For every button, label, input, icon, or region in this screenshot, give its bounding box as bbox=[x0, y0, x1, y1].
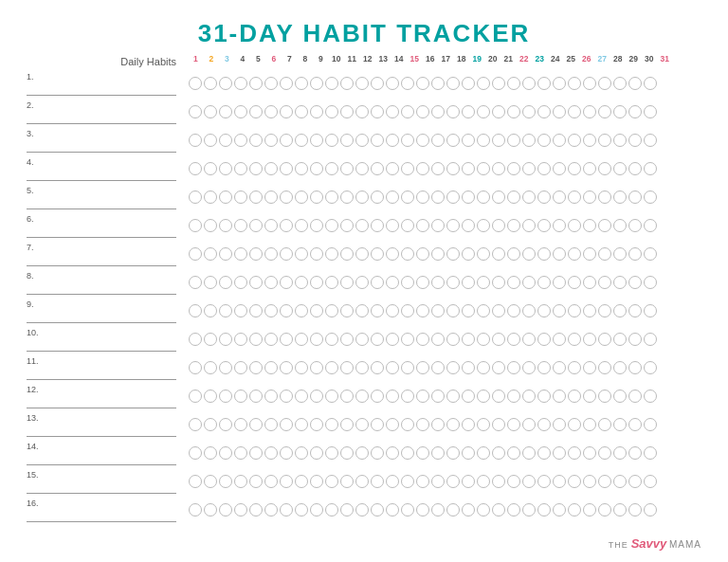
habit-circle[interactable] bbox=[568, 105, 581, 118]
habit-circle[interactable] bbox=[371, 77, 384, 90]
habit-circle[interactable] bbox=[537, 219, 551, 232]
habit-circle[interactable] bbox=[355, 304, 369, 317]
habit-circle[interactable] bbox=[568, 190, 581, 204]
habit-circle[interactable] bbox=[325, 247, 338, 261]
habit-circle[interactable] bbox=[204, 190, 217, 204]
habit-circle[interactable] bbox=[219, 77, 232, 90]
habit-circle[interactable] bbox=[644, 134, 657, 147]
habit-circle[interactable] bbox=[507, 105, 520, 118]
habit-circle[interactable] bbox=[537, 105, 551, 118]
habit-circle[interactable] bbox=[628, 77, 642, 90]
habit-circle[interactable] bbox=[598, 276, 611, 289]
habit-circle[interactable] bbox=[340, 475, 354, 488]
habit-circle[interactable] bbox=[431, 418, 445, 431]
habit-circle[interactable] bbox=[613, 390, 627, 403]
habit-circle[interactable] bbox=[477, 276, 490, 289]
habit-circle[interactable] bbox=[507, 475, 520, 488]
habit-circle[interactable] bbox=[477, 333, 490, 346]
habit-circle[interactable] bbox=[553, 77, 566, 90]
habit-circle[interactable] bbox=[462, 333, 475, 346]
habit-circle[interactable] bbox=[204, 503, 217, 517]
habit-circle[interactable] bbox=[340, 390, 354, 403]
habit-circle[interactable] bbox=[325, 276, 338, 289]
habit-circle[interactable] bbox=[522, 333, 536, 346]
habit-circle[interactable] bbox=[189, 446, 202, 460]
habit-circle[interactable] bbox=[416, 333, 429, 346]
habit-circle[interactable] bbox=[462, 475, 475, 488]
habit-circle[interactable] bbox=[189, 361, 202, 374]
habit-circle[interactable] bbox=[280, 77, 293, 90]
habit-circle[interactable] bbox=[219, 333, 232, 346]
habit-circle[interactable] bbox=[568, 276, 581, 289]
habit-circle[interactable] bbox=[644, 190, 657, 204]
habit-circle[interactable] bbox=[355, 333, 369, 346]
habit-circle[interactable] bbox=[264, 418, 278, 431]
habit-circle[interactable] bbox=[598, 77, 611, 90]
habit-circle[interactable] bbox=[401, 276, 414, 289]
habit-circle[interactable] bbox=[219, 134, 232, 147]
habit-circle[interactable] bbox=[613, 162, 627, 175]
habit-circle[interactable] bbox=[431, 247, 445, 261]
habit-circle[interactable] bbox=[416, 446, 429, 460]
habit-circle[interactable] bbox=[295, 219, 308, 232]
habit-circle[interactable] bbox=[492, 361, 505, 374]
habit-circle[interactable] bbox=[386, 77, 399, 90]
habit-circle[interactable] bbox=[613, 134, 627, 147]
habit-circle[interactable] bbox=[401, 190, 414, 204]
habit-circle[interactable] bbox=[371, 446, 384, 460]
habit-circle[interactable] bbox=[386, 105, 399, 118]
habit-circle[interactable] bbox=[234, 77, 247, 90]
habit-circle[interactable] bbox=[462, 446, 475, 460]
habit-circle[interactable] bbox=[416, 162, 429, 175]
habit-circle[interactable] bbox=[416, 390, 429, 403]
habit-circle[interactable] bbox=[477, 190, 490, 204]
habit-circle[interactable] bbox=[219, 105, 232, 118]
habit-circle[interactable] bbox=[295, 361, 308, 374]
habit-circle[interactable] bbox=[628, 162, 642, 175]
habit-circle[interactable] bbox=[446, 77, 460, 90]
habit-circle[interactable] bbox=[431, 162, 445, 175]
habit-circle[interactable] bbox=[204, 134, 217, 147]
habit-circle[interactable] bbox=[204, 219, 217, 232]
habit-circle[interactable] bbox=[371, 475, 384, 488]
habit-circle[interactable] bbox=[371, 418, 384, 431]
habit-circle[interactable] bbox=[613, 190, 627, 204]
habit-line[interactable] bbox=[27, 480, 176, 494]
habit-circle[interactable] bbox=[325, 190, 338, 204]
habit-circle[interactable] bbox=[355, 418, 369, 431]
habit-circle[interactable] bbox=[507, 446, 520, 460]
habit-circle[interactable] bbox=[310, 247, 323, 261]
habit-circle[interactable] bbox=[340, 361, 354, 374]
habit-circle[interactable] bbox=[264, 475, 278, 488]
habit-circle[interactable] bbox=[628, 190, 642, 204]
habit-line[interactable] bbox=[27, 82, 176, 96]
habit-circle[interactable] bbox=[325, 390, 338, 403]
habit-circle[interactable] bbox=[477, 446, 490, 460]
habit-circle[interactable] bbox=[189, 134, 202, 147]
habit-circle[interactable] bbox=[507, 276, 520, 289]
habit-circle[interactable] bbox=[280, 190, 293, 204]
habit-circle[interactable] bbox=[386, 503, 399, 517]
habit-circle[interactable] bbox=[340, 77, 354, 90]
habit-circle[interactable] bbox=[340, 304, 354, 317]
habit-circle[interactable] bbox=[249, 390, 263, 403]
habit-circle[interactable] bbox=[613, 361, 627, 374]
habit-circle[interactable] bbox=[613, 503, 627, 517]
habit-circle[interactable] bbox=[371, 190, 384, 204]
habit-circle[interactable] bbox=[628, 446, 642, 460]
habit-circle[interactable] bbox=[507, 390, 520, 403]
habit-circle[interactable] bbox=[234, 219, 247, 232]
habit-circle[interactable] bbox=[310, 276, 323, 289]
habit-circle[interactable] bbox=[522, 134, 536, 147]
habit-circle[interactable] bbox=[310, 162, 323, 175]
habit-circle[interactable] bbox=[568, 219, 581, 232]
habit-circle[interactable] bbox=[522, 105, 536, 118]
habit-circle[interactable] bbox=[234, 190, 247, 204]
habit-circle[interactable] bbox=[431, 503, 445, 517]
habit-circle[interactable] bbox=[416, 361, 429, 374]
habit-circle[interactable] bbox=[401, 503, 414, 517]
habit-circle[interactable] bbox=[583, 418, 596, 431]
habit-circle[interactable] bbox=[355, 134, 369, 147]
habit-circle[interactable] bbox=[628, 361, 642, 374]
habit-circle[interactable] bbox=[219, 190, 232, 204]
